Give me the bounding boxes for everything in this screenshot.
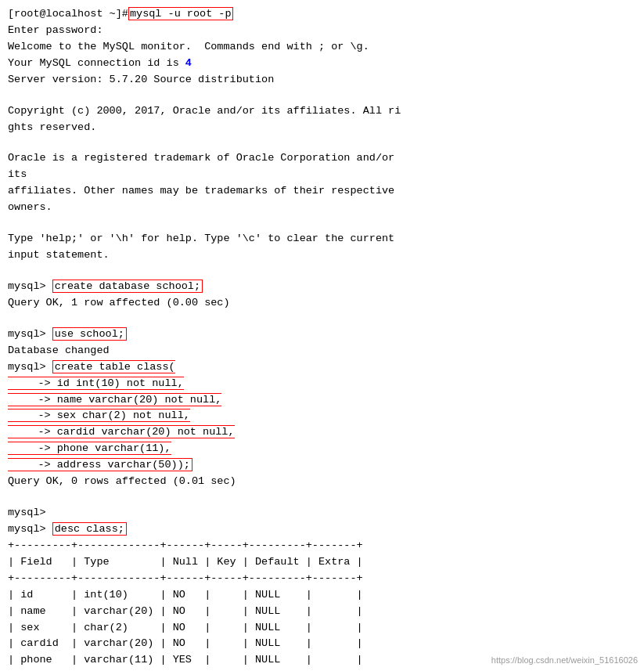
root-command: mysql -u root -p <box>128 7 233 20</box>
cmd5-command: desc class; <box>52 522 127 536</box>
output-oracle3: affiliates. Other names may be trademark… <box>8 183 636 200</box>
output-oracle2: its <box>8 167 636 183</box>
terminal: [root@localhost ~]#mysql -u root -p Ente… <box>8 6 636 671</box>
output-enter-password: Enter password: <box>8 23 636 39</box>
blank-line-5 <box>8 312 636 326</box>
table-row-name: | name | varchar(20) | NO | | NULL | | <box>8 604 636 620</box>
cmd4-prompt: mysql> <box>8 507 52 518</box>
cmd1-prompt: mysql> <box>8 280 52 292</box>
table-row-id: | id | int(10) | NO | | NULL | | <box>8 587 636 604</box>
cmd3-result: Query OK, 0 rows affected (0.01 sec) <box>8 474 636 490</box>
cmd5-line: mysql> desc class; <box>8 521 636 538</box>
output-oracle1: Oracle is a registered trademark of Orac… <box>8 150 636 167</box>
root-prompt-line: [root@localhost ~]#mysql -u root -p <box>8 6 636 23</box>
output-connection-id: Your MySQL connection id is 4 <box>8 56 636 72</box>
blank-line-1 <box>8 88 636 103</box>
cmd4-line: mysql> <box>8 505 636 521</box>
output-server-version: Server version: 5.7.20 Source distributi… <box>8 72 636 88</box>
cmd2-line: mysql> use school; <box>8 326 636 343</box>
table-border-header: +---------+-------------+------+-----+--… <box>8 571 636 587</box>
cmd2-result: Database changed <box>8 343 636 359</box>
output-copyright2: ghts reserved. <box>8 120 636 136</box>
watermark: https://blog.csdn.net/weixin_51616026 <box>491 655 638 665</box>
root-prompt: [root@localhost ~]# <box>8 8 128 20</box>
output-oracle4: owners. <box>8 200 636 216</box>
connection-id: 4 <box>185 57 192 69</box>
cmd5-prompt: mysql> <box>8 523 52 535</box>
cmd2-prompt: mysql> <box>8 328 52 340</box>
output-welcome: Welcome to the MySQL monitor. Commands e… <box>8 39 636 56</box>
cmd3-line1: mysql> create table class( -> id int(10)… <box>8 359 636 474</box>
output-help1: Type 'help;' or '\h' for help. Type '\c'… <box>8 231 636 247</box>
cmd2-command: use school; <box>52 327 127 341</box>
blank-line-4 <box>8 264 636 279</box>
table-row-cardid: | cardid | varchar(20) | NO | | NULL | | <box>8 636 636 652</box>
cmd3-prompt: mysql> <box>8 361 52 373</box>
table-header: | Field | Type | Null | Key | Default | … <box>8 554 636 571</box>
blank-line-2 <box>8 135 636 150</box>
output-help2: input statement. <box>8 247 636 264</box>
blank-line-3 <box>8 216 636 231</box>
blank-line-6 <box>8 490 636 505</box>
cmd1-command: create database school; <box>52 280 203 293</box>
table-row-sex: | sex | char(2) | NO | | NULL | | <box>8 620 636 637</box>
table-border-top: +---------+-------------+------+-----+--… <box>8 538 636 554</box>
cmd1-line: mysql> create database school; <box>8 279 636 295</box>
cmd1-result: Query OK, 1 row affected (0.00 sec) <box>8 295 636 312</box>
cmd3-command-block: create table class( -> id int(10) not nu… <box>8 360 235 472</box>
output-copyright1: Copyright (c) 2000, 2017, Oracle and/or … <box>8 103 636 120</box>
